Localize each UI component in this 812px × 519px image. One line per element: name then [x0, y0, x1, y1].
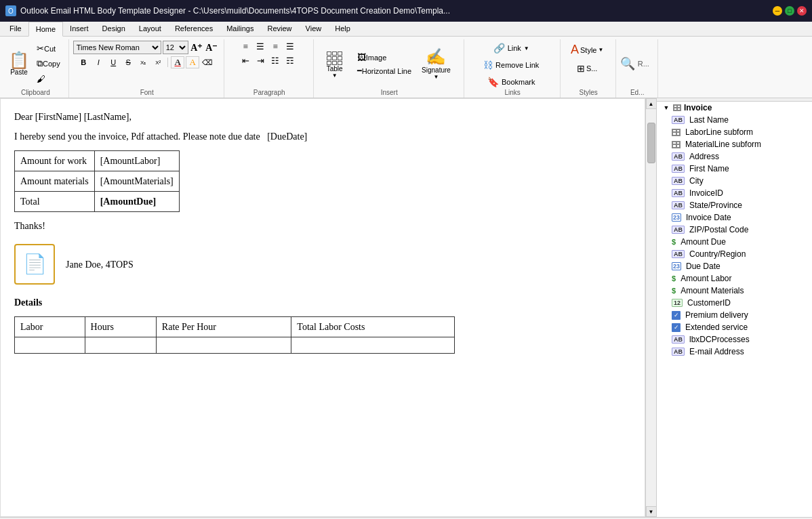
amount-materials-value: [AmountMaterials]: [94, 171, 179, 192]
tree-item-label: ZIP/Postal Code: [689, 225, 748, 234]
align-center-button[interactable]: ☰: [253, 41, 267, 53]
highlight-button[interactable]: A: [186, 56, 199, 68]
dollar-icon: $: [672, 238, 676, 246]
tab-review[interactable]: Review: [261, 22, 299, 36]
font-color-icon: A: [174, 57, 180, 68]
list-bullet-button[interactable]: ☷: [268, 55, 282, 67]
tree-item-extended-service[interactable]: ✓ Extended service: [657, 321, 812, 333]
edit-group: 🔍 R... Ed...: [617, 39, 658, 98]
tree-item-city[interactable]: AB City: [657, 175, 812, 187]
dollar-icon: $: [672, 287, 676, 295]
tree-item-label: MaterialLine subform: [685, 140, 761, 149]
tree-item-due-date[interactable]: 23 Due Date: [657, 260, 812, 272]
tree-item-label: Address: [689, 152, 719, 161]
tree-item-label: Amount Labor: [681, 274, 731, 283]
scroll-down-arrow[interactable]: ▼: [646, 506, 657, 517]
tree-item-invoice-id[interactable]: AB InvoiceID: [657, 187, 812, 199]
col-hours: Hours: [85, 317, 156, 337]
indent-decrease-button[interactable]: ⇤: [239, 55, 252, 67]
tree-item-last-name[interactable]: AB Last Name: [657, 114, 812, 126]
tab-insert[interactable]: Insert: [63, 22, 96, 36]
grow-font-button[interactable]: A⁺: [190, 41, 203, 54]
minimize-button[interactable]: ─: [773, 6, 782, 16]
tree-item-amount-materials[interactable]: $ Amount Materials: [657, 285, 812, 297]
invoice-table-icon: [673, 104, 681, 111]
align-justify-button[interactable]: ☰: [283, 41, 297, 53]
tab-file[interactable]: File: [3, 22, 28, 36]
table-icon: [672, 129, 681, 136]
style-button[interactable]: A Style ▼: [567, 41, 607, 59]
tab-mailings[interactable]: Mailings: [220, 22, 260, 36]
col-rate: Rate Per Hour: [156, 317, 291, 337]
tree-item-premium-delivery[interactable]: ✓ Premium delivery: [657, 309, 812, 321]
table-row: Amount for work [AmountLabor]: [15, 151, 180, 171]
tree-item-materialline-subform[interactable]: MaterialLine subform: [657, 138, 812, 150]
col-labor: Labor: [15, 317, 85, 337]
tree-item-label: Extended service: [685, 323, 748, 332]
editor-area[interactable]: Dear [FirstName] [LastName], I hereby se…: [0, 98, 645, 517]
remove-link-button[interactable]: ⛓ Remove Link: [480, 58, 542, 72]
tree-item-first-name[interactable]: AB First Name: [657, 163, 812, 175]
tab-home[interactable]: Home: [28, 22, 63, 37]
tree-item-invoice[interactable]: ▼ Invoice: [657, 102, 812, 114]
cut-button[interactable]: ✂ Cut: [34, 42, 63, 55]
tree-item-label: Amount Materials: [681, 286, 744, 295]
horizontal-line-button[interactable]: ━ Horizontal Line: [354, 65, 414, 77]
strikethrough-button[interactable]: S: [121, 56, 135, 68]
image-button[interactable]: 🖼 Image: [354, 51, 414, 64]
italic-button[interactable]: I: [92, 56, 105, 68]
tab-references[interactable]: References: [168, 22, 220, 36]
indent-increase-button[interactable]: ⇥: [253, 55, 267, 67]
tree-item-country-region[interactable]: AB Country/Region: [657, 248, 812, 260]
tree-item-label: E-mail Address: [689, 347, 744, 356]
signature-button[interactable]: ✍ Signature ▼: [417, 45, 455, 82]
tree-item-amount-labor[interactable]: $ Amount Labor: [657, 272, 812, 285]
scroll-up-arrow[interactable]: ▲: [646, 98, 657, 109]
tree-item-invoice-date[interactable]: 23 Invoice Date: [657, 211, 812, 224]
tree-item-label: Last Name: [689, 115, 729, 125]
tree-item-customer-id[interactable]: 12 CustomerID: [657, 297, 812, 309]
superscript-button[interactable]: X²: [151, 56, 165, 68]
bold-button[interactable]: B: [77, 56, 90, 68]
shrink-font-button[interactable]: A⁻: [205, 41, 218, 54]
tree-item-state-province[interactable]: AB State/Province: [657, 199, 812, 211]
underline-button[interactable]: U: [106, 56, 120, 68]
tree-item-address[interactable]: AB Address: [657, 150, 812, 163]
table-button[interactable]: Table ▼: [318, 47, 352, 81]
copy-button[interactable]: ⧉ Copy: [34, 57, 63, 70]
tab-layout[interactable]: Layout: [132, 22, 168, 36]
subscript-button[interactable]: X₂: [136, 56, 150, 68]
align-left-button[interactable]: ≡: [239, 41, 252, 53]
font-color-button[interactable]: A: [171, 56, 184, 68]
clipboard-group: 📋 Paste ✂ Cut ⧉ Copy 🖌: [3, 39, 69, 98]
body-text: I hereby send you the invoice, Pdf attac…: [14, 129, 631, 144]
tree-expand-icon[interactable]: ▼: [662, 104, 670, 112]
tree-item-amount-due[interactable]: $ Amount Due: [657, 236, 812, 248]
tree-item-zip-postal[interactable]: AB ZIP/Postal Code: [657, 224, 812, 236]
style-extra-button[interactable]: ⊞ S...: [573, 61, 601, 76]
table-icon: [672, 141, 681, 148]
align-right-button[interactable]: ≡: [268, 41, 282, 53]
font-size-select[interactable]: 12: [163, 41, 188, 54]
font-name-select[interactable]: Times New Roman: [73, 41, 161, 54]
maximize-button[interactable]: □: [785, 6, 794, 16]
scrollbar-thumb[interactable]: [647, 123, 655, 163]
bookmark-icon: 🔖: [487, 77, 499, 87]
clipboard-label: Clipboard: [3, 89, 68, 96]
tree-item-email-address[interactable]: AB E-mail Address: [657, 346, 812, 358]
clear-format-button[interactable]: ⌫: [201, 56, 214, 68]
list-number-button[interactable]: ☶: [283, 55, 297, 67]
paste-button[interactable]: 📋 Paste: [5, 50, 33, 78]
tab-help[interactable]: Help: [328, 22, 357, 36]
close-button[interactable]: ✕: [797, 6, 807, 16]
tab-design[interactable]: Design: [96, 22, 132, 36]
tab-view[interactable]: View: [299, 22, 329, 36]
bookmark-button[interactable]: 🔖 Bookmark: [484, 75, 539, 89]
tree-item-label: CustomerID: [687, 298, 731, 308]
tree-item-label: lbxDCProcesses: [689, 335, 750, 344]
vertical-scrollbar[interactable]: ▲ ▼: [645, 98, 656, 517]
format-painter-button[interactable]: 🖌: [34, 72, 63, 85]
tree-item-lbxdcprocesses[interactable]: AB lbxDCProcesses: [657, 333, 812, 346]
tree-item-laborline-subform[interactable]: LaborLine subform: [657, 126, 812, 138]
link-button[interactable]: 🔗 Link ▼: [490, 41, 533, 56]
